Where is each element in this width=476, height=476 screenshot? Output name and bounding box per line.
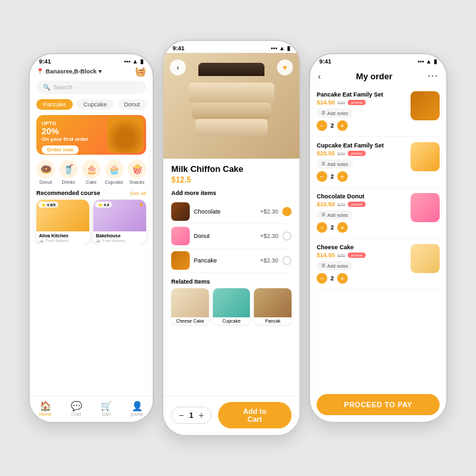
rec-card-0[interactable]: ⭐ 4.9/5 Aliva Kitchen 🚲 Free delivery xyxy=(36,200,89,245)
notes-label-1: Add notes xyxy=(327,162,348,167)
order-item-0: Pancake Eat Family Set $14.50 $30 promo … xyxy=(317,86,440,137)
order-item-name-2: Chocolate Donut xyxy=(317,193,405,200)
left-status-bar: 9:41 ▪▪▪ ▲ ▮ xyxy=(30,54,153,66)
cat-cake[interactable]: 🎂 Cake xyxy=(82,160,100,184)
pancake-image xyxy=(107,116,143,153)
addon-thumb-0 xyxy=(171,202,190,221)
order-item-2: Chocolate Donut $10.50 $20 promo ☰ Add n… xyxy=(317,188,440,239)
left-content: 📍 Banasree,B-Block ▾ 🧺 🔍 Search Pancake … xyxy=(30,66,153,245)
chat-icon: 💬 xyxy=(71,401,82,411)
order-item-name-3: Cheese Cake xyxy=(317,244,405,251)
notes-icon-2: ☰ xyxy=(321,212,325,218)
order-qty-minus-3[interactable]: − xyxy=(317,273,327,284)
order-qty-plus-1[interactable]: + xyxy=(337,171,348,182)
order-qty-ctrl-1: − 2 + xyxy=(317,171,405,182)
order-qty-minus-1[interactable]: − xyxy=(317,171,327,182)
order-price-row-2: $10.50 $20 promo xyxy=(317,201,405,208)
nav-cart-label: Cart xyxy=(102,412,110,416)
qty-decrease-button[interactable]: − xyxy=(178,410,184,420)
order-item-info-0: Pancake Eat Family Set $14.50 $30 promo … xyxy=(317,91,405,131)
cat-drinks[interactable]: 🥤 Drinks xyxy=(60,160,78,184)
cat-cake-label: Cake xyxy=(86,180,97,184)
addon-chocolate[interactable]: Chocolate +$2.30 xyxy=(171,200,292,224)
addon-right-0: +$2.30 xyxy=(260,207,292,216)
related-card-2[interactable]: Pancak xyxy=(254,288,292,325)
related-card-1[interactable]: Cupcake xyxy=(213,288,251,325)
add-to-cart-button[interactable]: Add to Cart xyxy=(218,402,292,428)
rec-card-1[interactable]: ⭐ 4.9 ♥ Bakehouse 🚲 Free delivery xyxy=(93,200,146,245)
delivery-icon: 🚲 xyxy=(39,238,44,243)
addon-left-0: Chocolate xyxy=(171,202,221,221)
notes-icon-0: ☰ xyxy=(321,110,325,116)
cupcake-icon: 🧁 xyxy=(105,160,124,178)
order-price-3: $14.50 xyxy=(317,252,335,258)
basket-icon[interactable]: 🧺 xyxy=(135,66,146,77)
add-notes-button-2[interactable]: ☰ Add notes xyxy=(317,210,353,219)
add-notes-button-0[interactable]: ☰ Add notes xyxy=(317,108,353,118)
rec-rating-0: ⭐ 4.9/5 xyxy=(38,202,58,208)
wifi-icon: ▲ xyxy=(132,58,138,65)
addon-donut[interactable]: Donut +$2.30 xyxy=(171,224,292,249)
order-back-button[interactable]: ‹ xyxy=(318,71,321,81)
addon-select-0[interactable] xyxy=(282,207,292,216)
order-title: My order xyxy=(356,71,393,81)
location-text: Banasree,B-Block xyxy=(46,68,97,75)
back-button[interactable]: ‹ xyxy=(170,60,186,75)
nav-home[interactable]: 🏠 Home xyxy=(39,401,52,416)
order-price-row-3: $14.50 $30 promo xyxy=(317,252,405,258)
promo-badge-0: promo xyxy=(348,100,366,105)
rec-name-1: Bakehouse xyxy=(96,233,143,238)
cart-icon: 🛒 xyxy=(100,401,112,411)
cake-layer-2 xyxy=(192,102,271,119)
order-qty-plus-0[interactable]: + xyxy=(337,120,348,131)
product-name: Milk Chiffon Cake xyxy=(171,164,243,174)
center-footer: − 1 + Add to Cart xyxy=(163,396,299,435)
order-price-row-1: $20.55 $40 promo xyxy=(317,150,405,157)
add-notes-button-1[interactable]: ☰ Add notes xyxy=(317,159,353,169)
cat-donut[interactable]: 🍩 Donut xyxy=(36,160,55,184)
promo-badge-1: promo xyxy=(348,151,366,156)
order-qty-plus-2[interactable]: + xyxy=(337,222,348,233)
addon-right-1: +$2.30 xyxy=(260,231,292,241)
tab-pancake[interactable]: Pancake xyxy=(36,99,73,110)
addon-select-1[interactable] xyxy=(282,231,292,241)
right-status-icons: ▪▪▪ ▲ ▮ xyxy=(418,58,438,65)
order-item-info-2: Chocolate Donut $10.50 $20 promo ☰ Add n… xyxy=(317,193,405,233)
proceed-to-pay-button[interactable]: PROCEED TO PAY xyxy=(317,394,440,415)
favorite-button[interactable]: ♥ xyxy=(277,60,293,75)
more-options-button[interactable]: ··· xyxy=(428,70,438,82)
order-qty-val-1: 2 xyxy=(331,173,334,180)
nav-profile[interactable]: 👤 profile xyxy=(131,401,143,416)
order-qty-minus-0[interactable]: − xyxy=(317,120,327,131)
order-qty-ctrl-3: − 2 + xyxy=(317,273,405,284)
nav-chat[interactable]: 💬 Chat xyxy=(71,401,82,416)
notes-icon-1: ☰ xyxy=(321,161,325,167)
search-bar[interactable]: 🔍 Search xyxy=(36,81,146,94)
order-now-button[interactable]: Order now xyxy=(42,145,79,154)
product-hero: ‹ ♥ xyxy=(163,53,299,159)
addon-select-2[interactable] xyxy=(282,256,292,265)
cat-cupcake[interactable]: 🧁 Cupcake xyxy=(105,160,124,184)
order-qty-val-2: 2 xyxy=(331,224,334,231)
tab-cupcake[interactable]: Cupcake xyxy=(77,99,114,110)
recommended-title: Recommended course xyxy=(36,190,100,196)
nav-cart[interactable]: 🛒 Cart xyxy=(100,401,112,416)
order-qty-minus-2[interactable]: − xyxy=(317,222,327,233)
add-notes-button-3[interactable]: ☰ Add notes xyxy=(317,261,353,270)
profile-icon: 👤 xyxy=(132,401,143,411)
related-card-0[interactable]: Cheese Cake xyxy=(171,288,209,325)
signal-icon-r: ▪▪▪ xyxy=(418,58,424,65)
tab-donut[interactable]: Donut xyxy=(118,99,147,110)
addon-pancake[interactable]: Pancake +$2.30 xyxy=(171,249,292,273)
addon-price-1: +$2.30 xyxy=(260,233,278,239)
rec-sub-0: 🚲 Free delivery xyxy=(39,238,87,243)
see-all-link[interactable]: See all xyxy=(130,190,146,196)
cat-snacks[interactable]: 🍿 Snacks xyxy=(128,160,146,184)
cake-top-layer xyxy=(198,63,264,76)
cat-cupcake-label: Cupcake xyxy=(105,180,124,184)
qty-increase-button[interactable]: + xyxy=(198,410,204,420)
center-status-icons: ▪▪▪ ▲ ▮ xyxy=(271,45,291,52)
order-qty-plus-3[interactable]: + xyxy=(337,273,348,284)
bottom-nav: 🏠 Home 💬 Chat 🛒 Cart 👤 profile xyxy=(30,396,153,422)
order-price-2: $10.50 xyxy=(317,201,335,208)
